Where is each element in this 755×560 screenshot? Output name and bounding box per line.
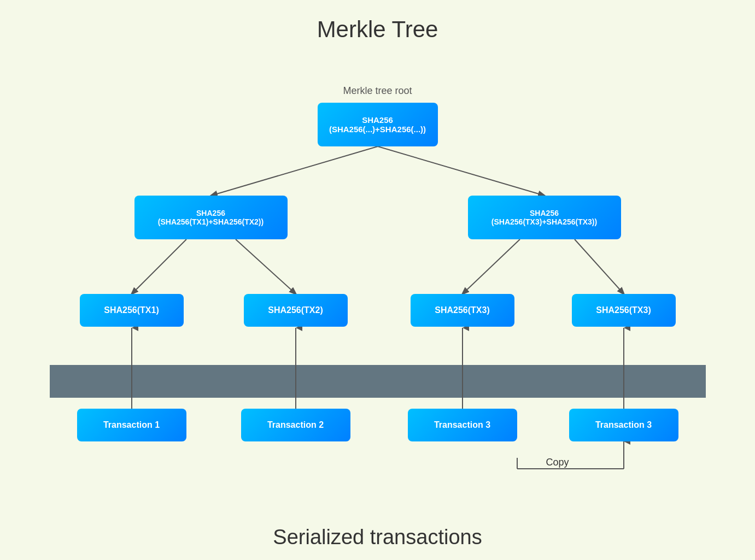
copy-label: Copy <box>546 457 569 468</box>
node-right-text: SHA256(SHA256(TX3)+SHA256(TX3)) <box>491 209 597 226</box>
svg-line-5 <box>575 239 624 294</box>
node-tx2: SHA256(TX2) <box>244 294 348 327</box>
svg-line-0 <box>211 146 378 196</box>
dark-band <box>50 365 706 398</box>
node-root-text: SHA256(SHA256(...)+SHA256(...)) <box>329 115 426 134</box>
page-title: Merkle Tree <box>317 16 438 43</box>
diagram-container: Merkle tree root <box>50 59 706 520</box>
bottom-label: Serialized transactions <box>273 526 482 549</box>
svg-line-4 <box>463 239 520 294</box>
node-trans1: Transaction 1 <box>77 409 186 441</box>
node-trans2: Transaction 2 <box>241 409 350 441</box>
node-tx1: SHA256(TX1) <box>80 294 184 327</box>
root-label: Merkle tree root <box>318 85 438 97</box>
node-trans3a: Transaction 3 <box>408 409 517 441</box>
node-left-text: SHA256(SHA256(TX1)+SHA256(TX2)) <box>158 209 264 226</box>
svg-line-2 <box>132 239 186 294</box>
node-root: SHA256(SHA256(...)+SHA256(...)) <box>318 103 438 146</box>
node-tx3b: SHA256(TX3) <box>572 294 676 327</box>
svg-line-3 <box>236 239 296 294</box>
node-right: SHA256(SHA256(TX3)+SHA256(TX3)) <box>468 196 621 239</box>
node-tx3a: SHA256(TX3) <box>411 294 514 327</box>
svg-line-1 <box>378 146 545 196</box>
node-trans3b: Transaction 3 <box>569 409 678 441</box>
node-left: SHA256(SHA256(TX1)+SHA256(TX2)) <box>134 196 288 239</box>
